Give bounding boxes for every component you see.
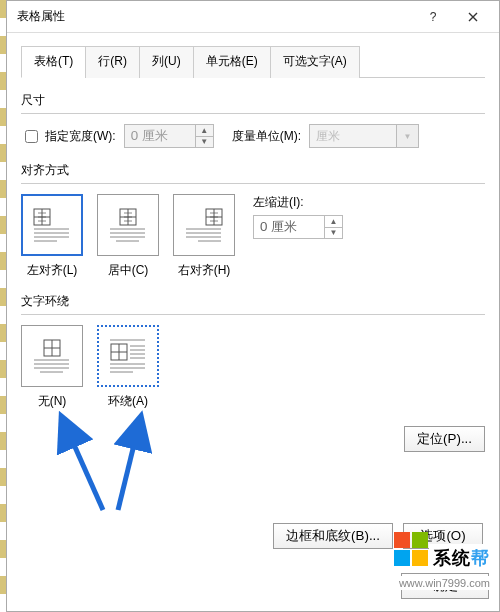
measure-unit-select[interactable]: 厘米 ▼ — [309, 124, 419, 148]
divider — [21, 183, 485, 184]
tab-column[interactable]: 列(U) — [139, 46, 194, 78]
tab-table[interactable]: 表格(T) — [21, 46, 86, 78]
align-left-option[interactable] — [21, 194, 83, 256]
indent-spinner[interactable]: ▲▼ — [253, 215, 343, 239]
tab-row[interactable]: 行(R) — [85, 46, 140, 78]
divider — [21, 113, 485, 114]
indent-label: 左缩进(I): — [253, 194, 343, 211]
dialog-title: 表格属性 — [17, 8, 413, 25]
size-row: 指定宽度(W): ▲▼ 度量单位(M): 厘米 ▼ — [21, 124, 485, 148]
wrap-options: 无(N) 环绕(A) — [21, 325, 485, 410]
positioning-button[interactable]: 定位(P)... — [404, 426, 485, 452]
align-left-icon — [33, 208, 71, 242]
watermark-brand: 系统帮 — [429, 544, 494, 572]
width-spinner[interactable]: ▲▼ — [124, 124, 214, 148]
align-center-option[interactable] — [97, 194, 159, 256]
measure-unit-value: 厘米 — [316, 128, 340, 145]
close-button[interactable] — [453, 2, 493, 32]
indent-field: 左缩进(I): ▲▼ — [253, 194, 343, 239]
size-section-label: 尺寸 — [21, 92, 485, 109]
spin-down-icon[interactable]: ▼ — [324, 228, 342, 239]
borders-shading-button[interactable]: 边框和底纹(B)... — [273, 523, 393, 549]
align-right-label: 右对齐(H) — [178, 262, 231, 279]
alignment-section-label: 对齐方式 — [21, 162, 485, 179]
align-left-label: 左对齐(L) — [27, 262, 78, 279]
divider — [21, 314, 485, 315]
spin-up-icon[interactable]: ▲ — [195, 125, 213, 137]
alignment-options: 左对齐(L) 居中(C) 右对齐(H) 左缩进(I): ▲▼ — [21, 194, 485, 279]
align-right-icon — [185, 208, 223, 242]
tab-cell[interactable]: 单元格(E) — [193, 46, 271, 78]
help-button[interactable]: ? — [413, 2, 453, 32]
windows-logo-icon — [394, 532, 428, 566]
chk-preferred-width[interactable]: 指定宽度(W): — [21, 127, 116, 146]
titlebar: 表格属性 ? — [7, 1, 499, 33]
spin-down-icon[interactable]: ▼ — [195, 137, 213, 148]
dialog-body: 表格(T) 行(R) 列(U) 单元格(E) 可选文字(A) 尺寸 指定宽度(W… — [7, 33, 499, 452]
dialog-table-properties: 表格属性 ? 表格(T) 行(R) 列(U) 单元格(E) 可选文字(A) 尺寸… — [6, 0, 500, 612]
wrap-none-icon — [33, 339, 71, 373]
chk-preferred-width-input[interactable] — [25, 130, 38, 143]
wrap-around-option[interactable] — [97, 325, 159, 387]
wrap-section-label: 文字环绕 — [21, 293, 485, 310]
chk-preferred-width-label: 指定宽度(W): — [45, 128, 116, 145]
chevron-down-icon: ▼ — [396, 125, 418, 147]
wrap-around-label: 环绕(A) — [108, 393, 148, 410]
align-right-option[interactable] — [173, 194, 235, 256]
align-center-label: 居中(C) — [108, 262, 149, 279]
align-center-icon — [109, 208, 147, 242]
close-icon — [468, 12, 478, 22]
tab-bar: 表格(T) 行(R) 列(U) 单元格(E) 可选文字(A) — [21, 45, 485, 78]
watermark-url: www.win7999.com — [395, 576, 494, 590]
wrap-around-icon — [109, 339, 147, 373]
wrap-none-label: 无(N) — [38, 393, 67, 410]
tab-alttext[interactable]: 可选文字(A) — [270, 46, 360, 78]
wrap-none-option[interactable] — [21, 325, 83, 387]
measure-in-label: 度量单位(M): — [232, 128, 301, 145]
spin-up-icon[interactable]: ▲ — [324, 216, 342, 228]
